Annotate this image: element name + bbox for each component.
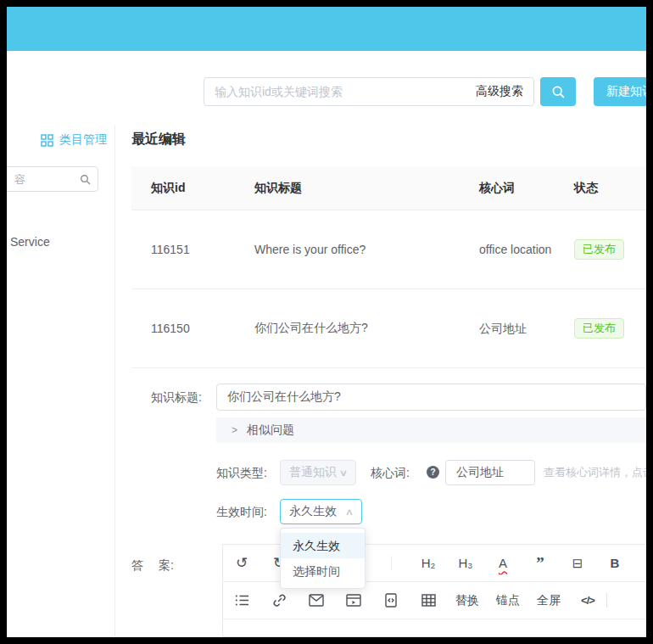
replace-button[interactable]: 替换 — [447, 582, 488, 619]
cell-knowledge-title: Where is your office? — [254, 243, 479, 256]
undo-icon[interactable]: ↺ — [223, 545, 260, 581]
anchor-button[interactable]: 锚点 — [488, 582, 528, 619]
chevron-down-icon: ∨ — [339, 468, 348, 479]
category-management-link[interactable]: 类目管理 — [41, 132, 107, 148]
search-icon — [551, 85, 566, 99]
category-management-label: 类目管理 — [59, 132, 107, 148]
chevron-right-icon: > — [232, 424, 237, 436]
col-header-title: 知识标题 — [254, 181, 479, 196]
dropdown-option-select-time[interactable]: 选择时间 — [281, 558, 365, 584]
grid-icon — [41, 134, 53, 147]
editor-content-area[interactable] — [223, 619, 646, 636]
effective-time-dropdown: 永久生效 选择时间 — [280, 528, 366, 589]
search-input-wrap: 高级搜索 — [204, 77, 534, 106]
effective-time-value: 永久生效 — [289, 504, 337, 519]
knowledge-title-input[interactable] — [216, 384, 646, 411]
cell-knowledge-title: 你们公司在什么地方? — [254, 321, 479, 336]
sidebar-divider — [114, 125, 115, 637]
dropdown-option-permanent[interactable]: 永久生效 — [281, 533, 365, 558]
heading3-button[interactable]: H₃ — [447, 545, 484, 581]
knowledge-search-input[interactable] — [204, 85, 476, 98]
tree-item-service[interactable]: Service — [10, 235, 50, 249]
cell-keyword: office location — [479, 241, 574, 259]
cell-knowledge-id: 116151 — [151, 243, 254, 256]
source-code-icon[interactable]: </> — [569, 582, 606, 619]
toolbar-separator — [606, 593, 607, 608]
search-button[interactable] — [540, 77, 576, 106]
top-header-bar — [7, 7, 646, 51]
horizontal-rule-icon[interactable]: ⊟ — [559, 545, 596, 581]
keyword-input[interactable] — [445, 460, 535, 485]
status-badge: 已发布 — [574, 318, 624, 339]
table-row[interactable]: 116151 Where is your office? office loca… — [131, 210, 646, 289]
status-badge: 已发布 — [574, 239, 624, 260]
advanced-search-link[interactable]: 高级搜索 — [476, 84, 523, 99]
knowledge-title-label: 知识标题: — [151, 384, 202, 411]
col-header-status: 状态 — [574, 181, 646, 196]
sidebar-search-icon — [80, 174, 98, 185]
answer-label-char1: 答 — [131, 557, 143, 574]
effective-time-label: 生效时间: — [216, 499, 267, 524]
fullscreen-button[interactable]: 全屏 — [528, 582, 569, 619]
cell-keyword: 公司地址 — [479, 320, 574, 338]
cell-knowledge-id: 116150 — [151, 322, 254, 335]
sidebar-search-input[interactable] — [7, 173, 80, 186]
answer-label: 答 案: — [131, 557, 174, 574]
knowledge-type-label: 知识类型: — [216, 460, 267, 485]
heading2-button[interactable]: H₂ — [410, 545, 447, 581]
similar-questions-toggle[interactable]: > 相似问题 — [216, 417, 646, 443]
new-knowledge-button[interactable]: 新建知识 — [594, 77, 646, 106]
knowledge-table: 知识id 知识标题 核心词 状态 116151 Where is your of… — [131, 166, 646, 368]
knowledge-type-value: 普通知识 — [289, 465, 337, 480]
blockquote-icon[interactable]: ” — [522, 545, 559, 581]
sidebar-search-wrap — [7, 166, 98, 192]
chevron-up-icon: ∧ — [345, 507, 354, 518]
effective-time-select[interactable]: 永久生效 ∧ — [280, 499, 362, 524]
table-row[interactable]: 116150 你们公司在什么地方? 公司地址 已发布 — [131, 289, 646, 368]
code-file-icon[interactable] — [372, 582, 410, 619]
toolbar-separator — [372, 545, 410, 581]
section-title: 最近编辑 — [131, 131, 186, 148]
col-header-id: 知识id — [151, 181, 254, 196]
app-window: 高级搜索 新建知识 类目管理 Service 最近编辑 — [7, 7, 646, 637]
keyword-label: 核心词: — [371, 460, 410, 485]
table-icon[interactable] — [410, 582, 447, 619]
italic-icon[interactable]: I — [633, 545, 646, 581]
font-color-icon[interactable]: A — [484, 545, 522, 581]
keyword-hint-text: 查看核心词详情，点击 — [544, 460, 646, 485]
bold-icon[interactable]: B — [596, 545, 633, 581]
table-header-row: 知识id 知识标题 核心词 状态 — [131, 166, 646, 210]
knowledge-type-select[interactable]: 普通知识 ∨ — [280, 460, 356, 485]
col-header-keyword: 核心词 — [479, 179, 574, 197]
similar-questions-label: 相似问题 — [247, 423, 294, 438]
bullet-list-icon[interactable] — [223, 582, 260, 619]
help-icon[interactable]: ? — [427, 466, 439, 479]
answer-label-char2: 案: — [159, 557, 174, 574]
